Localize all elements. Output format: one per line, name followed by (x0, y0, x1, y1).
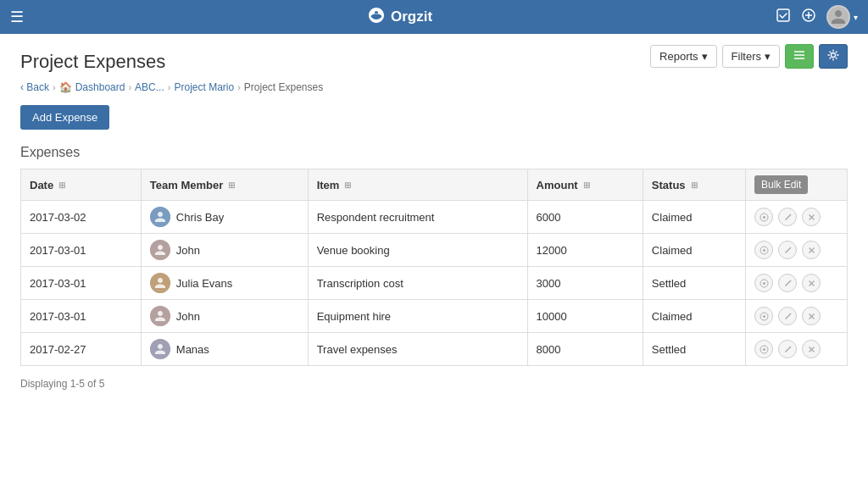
cell-status: Settled (643, 333, 745, 366)
cell-item: Travel expenses (308, 333, 527, 366)
svg-point-5 (832, 53, 836, 58)
filters-chevron-icon: ▾ (765, 50, 771, 63)
chevron-left-icon: ‹ (20, 81, 24, 93)
col-header-status[interactable]: Status ⊞ (643, 169, 745, 201)
view-action-icon[interactable] (754, 274, 773, 292)
breadcrumb-sep-0: › (53, 82, 56, 92)
breadcrumb-current: Project Expenses (244, 81, 323, 93)
member-name: John (176, 310, 200, 323)
add-icon[interactable] (801, 8, 816, 26)
member-avatar (150, 240, 170, 260)
cell-amount: 10000 (527, 300, 643, 333)
breadcrumb-project-mario-link[interactable]: Project Mario (174, 81, 234, 93)
add-expense-button[interactable]: Add Expense (20, 105, 109, 130)
col-header-actions: Bulk Edit (746, 169, 848, 201)
cell-team-member: Chris Bay (141, 201, 308, 234)
sort-icon-status: ⊞ (691, 180, 698, 190)
table-row: 2017-03-01Julia EvansTranscription cost3… (21, 267, 848, 300)
cell-team-member: Julia Evans (141, 267, 308, 300)
delete-action-icon[interactable] (802, 274, 821, 292)
svg-point-13 (763, 249, 765, 252)
main-content: Project Expenses ‹ Back › 🏠 Dashboard › … (0, 34, 868, 488)
home-icon: 🏠 (59, 81, 72, 93)
breadcrumb-abc-link[interactable]: ABC... (135, 81, 164, 93)
member-name: Chris Bay (176, 211, 224, 224)
cell-item: Transcription cost (308, 267, 527, 300)
breadcrumb-sep-3: › (237, 82, 241, 92)
cell-actions (746, 333, 848, 366)
delete-action-icon[interactable] (802, 340, 821, 358)
member-name: Manas (176, 343, 209, 356)
svg-point-23 (763, 315, 765, 318)
col-header-item[interactable]: Item ⊞ (308, 169, 527, 201)
member-avatar (150, 339, 170, 359)
breadcrumb: ‹ Back › 🏠 Dashboard › ABC... › Project … (20, 81, 323, 93)
edit-action-icon[interactable] (778, 241, 797, 259)
section-title: Expenses (20, 145, 848, 160)
bulk-edit-button[interactable]: Bulk Edit (754, 175, 808, 194)
svg-point-28 (763, 348, 765, 351)
logo-icon (367, 6, 386, 29)
edit-action-icon[interactable] (778, 274, 797, 292)
edit-action-icon[interactable] (778, 340, 797, 358)
breadcrumb-sep-2: › (168, 82, 171, 92)
cell-status: Claimed (643, 201, 745, 234)
filters-button[interactable]: Filters ▾ (722, 45, 780, 68)
breadcrumb-home-link[interactable]: 🏠 (59, 81, 72, 93)
reports-chevron-icon: ▾ (702, 50, 708, 63)
cell-amount: 3000 (527, 267, 643, 300)
member-avatar (150, 273, 170, 293)
view-action-icon[interactable] (754, 340, 773, 358)
member-avatar (150, 306, 170, 326)
edit-action-icon[interactable] (778, 307, 797, 325)
view-action-icon[interactable] (754, 208, 773, 226)
cell-amount: 6000 (527, 201, 643, 234)
sort-icon-amount: ⊞ (583, 180, 590, 190)
sort-icon-item: ⊞ (344, 180, 351, 190)
cell-status: Settled (643, 267, 745, 300)
cell-date: 2017-03-01 (21, 234, 142, 267)
svg-rect-0 (777, 9, 789, 21)
cell-item: Venue booking (308, 234, 527, 267)
cell-item: Respondent recruitment (308, 201, 527, 234)
edit-action-icon[interactable] (778, 208, 797, 226)
cell-status: Claimed (643, 300, 745, 333)
table-row: 2017-02-27ManasTravel expenses8000Settle… (21, 333, 848, 366)
breadcrumb-dashboard-link[interactable]: Dashboard (75, 81, 125, 93)
user-avatar-container[interactable]: ▾ (826, 5, 858, 29)
cell-item: Equipment hire (308, 300, 527, 333)
cell-date: 2017-03-01 (21, 300, 142, 333)
breadcrumb-sep-1: › (128, 82, 131, 92)
app-name: Orgzit (391, 8, 432, 25)
cell-date: 2017-03-02 (21, 201, 142, 234)
cell-amount: 8000 (527, 333, 643, 366)
col-header-team-member[interactable]: Team Member ⊞ (141, 169, 308, 201)
topnav-left: ☰ (10, 8, 24, 26)
cell-status: Claimed (643, 234, 745, 267)
delete-action-icon[interactable] (802, 208, 821, 226)
member-name: John (176, 244, 200, 257)
breadcrumb-back-link[interactable]: ‹ Back (20, 81, 49, 93)
hamburger-icon[interactable]: ☰ (10, 8, 24, 26)
member-name: Julia Evans (176, 277, 232, 290)
cell-actions (746, 201, 848, 234)
col-header-amount[interactable]: Amount ⊞ (527, 169, 643, 201)
topnav-right: ▾ (776, 5, 858, 29)
col-header-date[interactable]: Date ⊞ (21, 169, 142, 201)
cell-team-member: Manas (141, 333, 308, 366)
cell-date: 2017-02-27 (21, 333, 142, 366)
settings-button[interactable] (819, 44, 848, 69)
member-avatar (150, 207, 170, 227)
sort-icon-member: ⊞ (228, 180, 235, 190)
delete-action-icon[interactable] (802, 241, 821, 259)
table-row: 2017-03-01JohnEquipment hire10000Claimed (21, 300, 848, 333)
view-action-icon[interactable] (754, 241, 773, 259)
delete-action-icon[interactable] (802, 307, 821, 325)
check-tasks-icon[interactable] (776, 8, 791, 26)
svg-point-18 (763, 282, 765, 285)
topnav-center: Orgzit (367, 6, 432, 29)
view-action-icon[interactable] (754, 307, 773, 325)
reports-button[interactable]: Reports ▾ (650, 45, 717, 68)
cell-actions (746, 267, 848, 300)
view-toggle-button[interactable] (785, 44, 814, 69)
